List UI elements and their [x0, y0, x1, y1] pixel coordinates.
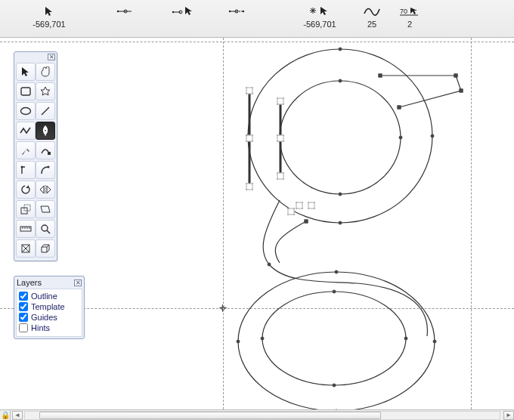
layer-label: Hints — [31, 323, 50, 332]
hint-icon: 70 — [400, 5, 420, 18]
tangent-tool[interactable] — [36, 161, 55, 179]
selected-point[interactable] — [288, 208, 295, 215]
control-point[interactable] — [339, 79, 342, 83]
scroll-left-button[interactable]: ◄ — [12, 411, 23, 420]
layer-toggle-hints[interactable]: Hints — [19, 323, 79, 333]
cursor-position-readout: -569,701 — [23, 5, 76, 29]
svg-point-21 — [262, 292, 406, 385]
svg-rect-27 — [48, 152, 51, 155]
lock-icon[interactable]: 🔒 — [0, 410, 11, 420]
svg-point-28 — [21, 166, 23, 168]
layer-checkbox[interactable] — [19, 323, 28, 332]
control-point[interactable] — [431, 134, 435, 138]
corner-tool[interactable] — [36, 141, 55, 159]
svg-line-24 — [42, 107, 49, 115]
control-point[interactable] — [460, 89, 463, 93]
layers-panel[interactable]: Layers ✕ Outline Template Guides Hints — [14, 276, 85, 339]
selected-point[interactable] — [296, 202, 303, 209]
control-point[interactable] — [305, 220, 308, 224]
point-both-icon — [228, 5, 250, 18]
cursor-icon — [45, 5, 54, 18]
hand-tool[interactable] — [36, 63, 55, 81]
control-point[interactable] — [339, 193, 342, 196]
bcp-endpoint[interactable] — [246, 88, 253, 94]
point-chain-cursor-icon — [170, 5, 193, 18]
rect3d-tool[interactable] — [36, 239, 55, 258]
layers-close-button[interactable]: ✕ — [74, 279, 82, 286]
cursor-position-value: -569,701 — [33, 20, 65, 29]
control-point[interactable] — [379, 74, 382, 78]
pointer-tool[interactable] — [16, 63, 36, 81]
svg-point-38 — [42, 225, 48, 231]
info-toolbar: -569,701 -569,701 25 — [0, 0, 514, 38]
bcp-endpoint[interactable] — [277, 173, 284, 180]
next-point-indicator — [166, 5, 197, 18]
curvature-value: 25 — [367, 20, 376, 29]
layer-toggle-template[interactable]: Template — [19, 301, 79, 312]
point-chain-icon — [115, 5, 133, 18]
rectangle-tool[interactable] — [16, 82, 36, 100]
control-point[interactable] — [433, 340, 437, 344]
layer-checkbox[interactable] — [19, 302, 28, 311]
svg-text:70: 70 — [400, 8, 407, 15]
bcp-endpoint[interactable] — [277, 98, 284, 105]
layers-titlebar[interactable]: Layers ✕ — [14, 276, 84, 289]
svg-point-11 — [243, 11, 244, 12]
scroll-right-button[interactable]: ► — [503, 411, 514, 420]
line-tool[interactable] — [36, 102, 55, 120]
scale-tool[interactable] — [16, 200, 36, 218]
star-tool[interactable] — [36, 82, 55, 100]
scrollbar-thumb[interactable] — [39, 412, 381, 419]
control-point[interactable] — [399, 136, 403, 140]
control-point[interactable] — [333, 384, 336, 388]
control-point[interactable] — [335, 270, 339, 274]
knife-tool[interactable] — [16, 141, 36, 159]
skew-tool[interactable] — [36, 200, 55, 218]
layer-toggle-guides[interactable]: Guides — [19, 312, 79, 323]
control-point[interactable] — [404, 337, 408, 341]
palette-close-button[interactable]: ✕ — [48, 54, 55, 60]
bcp-midpoint[interactable] — [277, 135, 284, 142]
palette-titlebar[interactable]: ✕ — [14, 52, 57, 61]
flip-tool[interactable] — [36, 181, 55, 199]
control-point[interactable] — [333, 290, 336, 294]
svg-point-29 — [48, 166, 50, 168]
svg-line-39 — [47, 230, 50, 233]
middle-point-indicator — [224, 5, 254, 18]
secondary-position-readout: -569,701 — [293, 5, 346, 29]
prev-point-indicator — [109, 5, 139, 18]
control-point[interactable] — [398, 106, 401, 110]
control-point[interactable] — [454, 74, 458, 78]
status-bar: 🔒 ◄ ► — [0, 409, 514, 420]
layer-label: Template — [31, 302, 65, 311]
control-point[interactable] — [237, 340, 240, 344]
hint-value: 2 — [407, 20, 412, 29]
glyph-canvas[interactable] — [0, 38, 514, 409]
ellipse-tool[interactable] — [16, 102, 36, 120]
layers-title: Layers — [17, 278, 42, 287]
curve-icon — [364, 5, 380, 18]
freehand-tool[interactable] — [16, 122, 36, 140]
secondary-position-value: -569,701 — [303, 20, 336, 29]
control-point[interactable] — [339, 48, 342, 51]
spark-cursor-icon — [310, 5, 330, 18]
perspective-tool[interactable] — [16, 239, 36, 258]
rotate-tool[interactable] — [16, 181, 36, 199]
layer-toggle-outline[interactable]: Outline — [19, 291, 79, 301]
horizontal-scrollbar[interactable] — [24, 411, 500, 420]
bcp-endpoint[interactable] — [246, 184, 253, 190]
svg-point-20 — [238, 272, 435, 411]
hint-readout: 70 2 — [395, 5, 425, 29]
ruler-tool[interactable] — [16, 220, 36, 238]
layer-checkbox[interactable] — [19, 292, 28, 301]
control-point[interactable] — [268, 263, 271, 267]
pen-tool[interactable] — [36, 122, 55, 140]
control-point[interactable] — [339, 221, 342, 225]
bcp-midpoint[interactable] — [246, 135, 253, 142]
zoom-tool[interactable] — [36, 220, 55, 238]
add-corner-tool[interactable] — [16, 161, 36, 179]
selected-point[interactable] — [308, 202, 315, 209]
control-point[interactable] — [261, 337, 265, 341]
layer-checkbox[interactable] — [19, 313, 28, 322]
tool-palette[interactable]: ✕ — [14, 51, 57, 261]
